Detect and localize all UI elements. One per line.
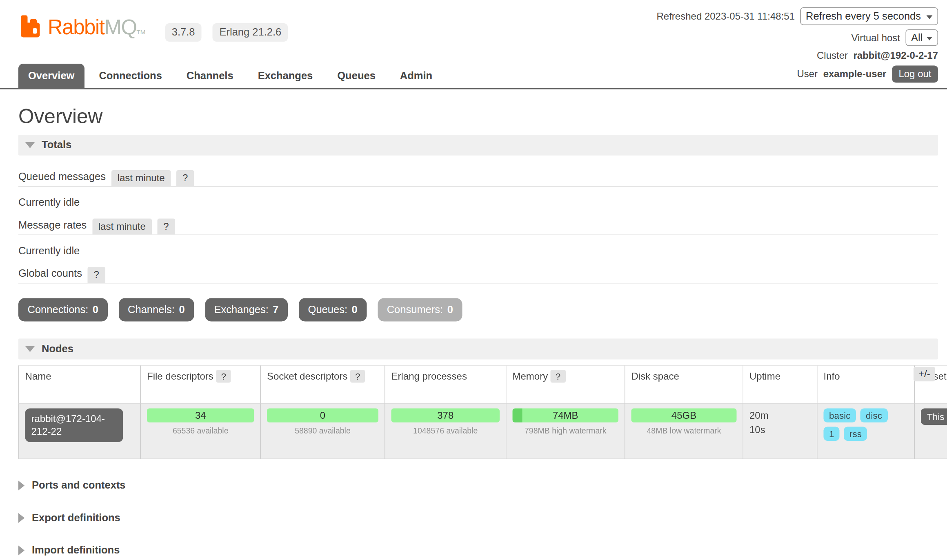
disk-space-cell: 45GB 48MB low watermark xyxy=(625,403,743,459)
nodes-section-header[interactable]: Nodes xyxy=(18,338,938,359)
file-descriptors-help-icon[interactable]: ? xyxy=(216,369,231,382)
reset-stats-cell: This node All nodes xyxy=(914,403,947,459)
tab-overview[interactable]: Overview xyxy=(18,64,84,88)
tab-channels[interactable]: Channels xyxy=(177,64,243,88)
queued-messages-label: Queued messages xyxy=(18,171,106,186)
expand-arrow-icon xyxy=(18,513,24,522)
virtual-host-select[interactable]: All xyxy=(906,29,938,46)
user-name: example-user xyxy=(823,69,887,80)
info-badge-disc: disc xyxy=(860,408,888,422)
memory-help-icon[interactable]: ? xyxy=(551,369,566,382)
header-right: Refreshed 2023-05-31 11:48:51 Refresh ev… xyxy=(656,7,938,83)
global-counts-label: Global counts xyxy=(18,267,82,283)
global-counts-help-icon[interactable]: ? xyxy=(87,267,105,282)
tab-connections[interactable]: Connections xyxy=(89,64,171,88)
disk-space-watermark: 48MB low watermark xyxy=(631,426,737,435)
virtual-host-select-wrap: All xyxy=(906,29,938,46)
col-header-memory: Memory ? xyxy=(506,366,625,403)
info-badge-rss: rss xyxy=(844,427,867,441)
info-badges: basic disc 1 rss xyxy=(824,408,897,441)
totals-section-header[interactable]: Totals xyxy=(18,134,938,155)
consumers-count-badge: Consumers:0 xyxy=(378,298,462,321)
message-rates-header: Message rates last minute ? xyxy=(18,218,938,235)
uptime-cell: 20m 10s xyxy=(743,403,817,459)
header: RabbitMQTM 3.7.8 Erlang 21.2.6 Refreshed… xyxy=(0,0,947,89)
info-badge-basic: basic xyxy=(824,408,856,422)
expand-arrow-icon xyxy=(18,480,24,490)
tab-queues[interactable]: Queues xyxy=(327,64,385,88)
global-count-badges: Connections:0 Channels:0 Exchanges:7 Que… xyxy=(18,298,938,321)
memory-watermark: 798MB high watermark xyxy=(513,426,619,435)
reset-this-node-button[interactable]: This node xyxy=(921,408,947,425)
collapse-arrow-icon xyxy=(25,346,35,352)
queued-messages-range-chip[interactable]: last minute xyxy=(111,170,171,186)
nodes-section-label: Nodes xyxy=(42,342,73,355)
rabbitmq-overview-page: RabbitMQTM 3.7.8 Erlang 21.2.6 Refreshed… xyxy=(0,0,947,560)
message-rates-range-chip[interactable]: last minute xyxy=(92,218,152,234)
page-title: Overview xyxy=(18,104,938,128)
node-row: rabbit@172-104-212-22 34 65536 available… xyxy=(19,403,947,459)
refresh-interval-select[interactable]: Refresh every 5 seconds xyxy=(800,7,938,25)
col-header-uptime: Uptime xyxy=(743,366,817,403)
nodes-table-header-row: Name File descriptors ? Socket descripto… xyxy=(19,366,947,403)
tab-exchanges[interactable]: Exchanges xyxy=(248,64,323,88)
queues-count-badge: Queues:0 xyxy=(299,298,367,321)
col-header-socket-descriptors: Socket descriptors ? xyxy=(260,366,385,403)
cluster-label: Cluster xyxy=(817,50,848,61)
socket-descriptors-available: 58890 available xyxy=(267,426,378,435)
col-header-info: Info xyxy=(817,366,915,403)
user-label: User xyxy=(797,69,818,80)
socket-descriptors-bar: 0 xyxy=(267,408,378,422)
refreshed-label: Refreshed 2023-05-31 11:48:51 xyxy=(656,11,795,22)
node-name-badge[interactable]: rabbit@172-104-212-22 xyxy=(25,408,123,442)
rabbitmq-logo[interactable]: RabbitMQTM xyxy=(18,15,145,39)
collapse-arrow-icon xyxy=(25,142,35,148)
disk-space-bar: 45GB xyxy=(631,408,737,422)
refreshed-timestamp: 2023-05-31 11:48:51 xyxy=(705,11,795,21)
user-row: User example-user Log out xyxy=(797,66,938,83)
totals-section-label: Totals xyxy=(42,139,71,151)
connections-count-badge: Connections:0 xyxy=(18,298,108,321)
refresh-interval-select-wrap: Refresh every 5 seconds xyxy=(800,7,938,25)
cluster-row: Cluster rabbit@192-0-2-17 xyxy=(817,50,938,61)
refresh-row: Refreshed 2023-05-31 11:48:51 Refresh ev… xyxy=(656,7,938,25)
erlang-processes-bar: 378 xyxy=(391,408,500,422)
queued-messages-help-icon[interactable]: ? xyxy=(176,170,194,186)
info-badge-1: 1 xyxy=(824,427,840,441)
erlang-processes-available: 1048576 available xyxy=(391,426,500,435)
nodes-table: Name File descriptors ? Socket descripto… xyxy=(18,365,947,459)
exchanges-count-badge: Exchanges:7 xyxy=(205,298,288,321)
memory-cell: 74MB 798MB high watermark xyxy=(506,403,625,459)
global-counts-header: Global counts ? xyxy=(18,267,938,283)
channels-count-badge: Channels:0 xyxy=(119,298,194,321)
queued-messages-idle-status: Currently idle xyxy=(18,196,938,209)
brand-wordmark: RabbitMQTM xyxy=(48,17,145,38)
file-descriptors-available: 65536 available xyxy=(147,426,254,435)
file-descriptors-cell: 34 65536 available xyxy=(140,403,260,459)
tab-admin[interactable]: Admin xyxy=(390,64,442,88)
logout-button[interactable]: Log out xyxy=(892,66,938,83)
col-header-disk-space: Disk space xyxy=(625,366,743,403)
col-header-file-descriptors: File descriptors ? xyxy=(140,366,260,403)
nodes-table-wrap: Name File descriptors ? Socket descripto… xyxy=(18,365,938,459)
ports-and-contexts-section-header[interactable]: Ports and contexts xyxy=(18,479,938,491)
uptime-value: 20m 10s xyxy=(749,408,779,437)
version-badges: 3.7.8 Erlang 21.2.6 xyxy=(165,23,288,42)
export-definitions-section-header[interactable]: Export definitions xyxy=(18,511,938,524)
node-name-cell: rabbit@172-104-212-22 xyxy=(19,403,141,459)
memory-bar: 74MB xyxy=(513,408,619,422)
import-definitions-section-header[interactable]: Import definitions xyxy=(18,544,938,556)
info-cell: basic disc 1 rss xyxy=(817,403,915,459)
expand-arrow-icon xyxy=(18,545,24,555)
file-descriptors-bar: 34 xyxy=(147,408,254,422)
virtual-host-row: Virtual host All xyxy=(851,29,938,46)
main-content: Overview Totals Queued messages last min… xyxy=(0,104,947,560)
message-rates-help-icon[interactable]: ? xyxy=(157,218,175,234)
erlang-version-badge: Erlang 21.2.6 xyxy=(213,23,288,42)
socket-descriptors-help-icon[interactable]: ? xyxy=(350,369,365,382)
queued-messages-header: Queued messages last minute ? xyxy=(18,170,938,187)
virtual-host-label: Virtual host xyxy=(851,32,900,43)
column-selector-button[interactable]: +/- xyxy=(914,367,935,381)
message-rates-label: Message rates xyxy=(18,219,87,234)
rabbitmq-version-badge: 3.7.8 xyxy=(165,23,202,42)
